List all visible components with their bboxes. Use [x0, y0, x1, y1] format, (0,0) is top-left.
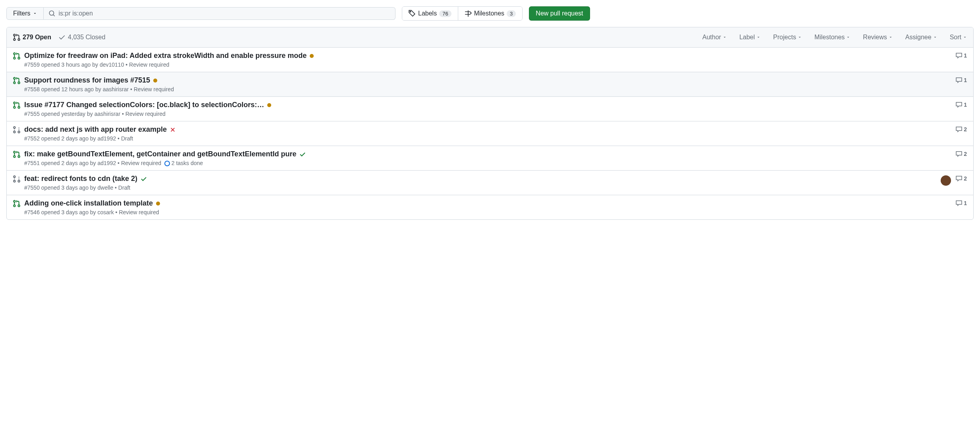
pr-open-icon	[13, 150, 20, 166]
status-success-icon	[299, 151, 306, 158]
svg-point-3	[14, 38, 15, 40]
pr-draft-icon	[13, 175, 20, 191]
labels-count: 76	[439, 10, 451, 17]
svg-point-20	[14, 176, 15, 178]
pr-title-link[interactable]: feat: redirect fonts to cdn (take 2)	[24, 175, 137, 183]
svg-point-18	[14, 156, 15, 158]
comments-count: 1	[964, 200, 967, 206]
search-input-wrapper[interactable]	[44, 7, 395, 20]
svg-point-24	[14, 205, 15, 207]
pull-request-icon	[13, 34, 20, 41]
svg-point-11	[14, 102, 15, 104]
svg-point-10	[18, 82, 20, 84]
status-pending-icon	[267, 103, 271, 107]
pr-open-icon	[13, 101, 20, 117]
pr-row[interactable]: fix: make getBoundTextElement, getContai…	[7, 146, 973, 171]
projects-filter[interactable]: Projects	[773, 34, 802, 41]
milestones-filter[interactable]: Milestones	[814, 34, 850, 41]
comments-link[interactable]: 2	[956, 126, 967, 133]
caret-down-icon	[889, 35, 893, 39]
svg-point-0	[49, 11, 54, 15]
caret-down-icon	[723, 35, 727, 39]
pr-open-icon	[13, 199, 20, 215]
pr-open-icon	[13, 52, 20, 68]
milestones-count: 3	[507, 10, 516, 17]
milestone-icon	[465, 10, 472, 17]
svg-point-14	[14, 127, 15, 129]
pr-meta: #7550 opened 3 days ago by dwelle • Draf…	[24, 184, 937, 191]
pr-row[interactable]: Optimize for freedraw on iPad: Added ext…	[7, 48, 973, 72]
pr-row[interactable]: Issue #7177 Changed selectionColors: [oc…	[7, 97, 973, 121]
caret-down-icon	[756, 35, 760, 39]
pr-meta: #7546 opened 3 days ago by cosark • Revi…	[24, 209, 952, 215]
pr-meta: #7558 opened 12 hours ago by aashirisrar…	[24, 86, 952, 92]
closed-tab[interactable]: 4,035 Closed	[58, 34, 105, 41]
caret-down-icon	[846, 35, 850, 39]
search-input[interactable]	[59, 10, 390, 17]
filters-button[interactable]: Filters	[6, 7, 44, 20]
pr-meta: #7552 opened 2 days ago by ad1992 • Draf…	[24, 135, 952, 142]
open-count: 279 Open	[23, 34, 51, 41]
open-tab[interactable]: 279 Open	[13, 34, 51, 41]
pr-open-icon	[13, 76, 20, 92]
author-filter[interactable]: Author	[702, 34, 727, 41]
status-pending-icon	[310, 54, 314, 58]
svg-point-5	[14, 53, 15, 55]
caret-down-icon	[933, 35, 937, 39]
svg-point-7	[18, 57, 20, 59]
status-pending-icon	[153, 79, 157, 83]
milestones-link[interactable]: Milestones 3	[458, 7, 523, 20]
check-icon	[58, 34, 66, 41]
pr-row[interactable]: feat: redirect fonts to cdn (take 2) #75…	[7, 171, 973, 195]
tasks-text: 2 tasks done	[172, 160, 203, 166]
pr-row[interactable]: Adding one-click installation template #…	[7, 195, 973, 219]
svg-point-6	[14, 57, 15, 59]
search-icon	[48, 10, 56, 17]
status-success-icon	[141, 176, 147, 182]
svg-point-23	[14, 200, 15, 202]
comments-link[interactable]: 2	[956, 175, 967, 182]
assignee-avatar[interactable]	[941, 175, 951, 186]
svg-point-19	[18, 156, 20, 158]
status-pending-icon	[156, 202, 160, 206]
pr-row[interactable]: Support roundness for images #7515 #7558…	[7, 72, 973, 97]
pr-title-link[interactable]: Optimize for freedraw on iPad: Added ext…	[24, 52, 307, 60]
svg-point-22	[18, 181, 20, 183]
new-pull-request-button[interactable]: New pull request	[529, 6, 590, 21]
pr-meta: #7555 opened yesterday by aashirisrar • …	[24, 111, 952, 117]
pr-meta: #7551 opened 2 days ago by ad1992 • Revi…	[24, 160, 952, 166]
caret-down-icon	[33, 12, 37, 15]
pr-row[interactable]: docs: add next js with app router exampl…	[7, 121, 973, 146]
pr-title-link[interactable]: docs: add next js with app router exampl…	[24, 125, 167, 134]
caret-down-icon	[798, 35, 802, 39]
svg-point-15	[14, 131, 15, 133]
svg-point-12	[14, 106, 15, 108]
comments-link[interactable]: 1	[956, 200, 967, 206]
reviews-filter[interactable]: Reviews	[863, 34, 892, 41]
svg-point-4	[18, 38, 20, 40]
assignee-filter[interactable]: Assignee	[905, 34, 937, 41]
comments-link[interactable]: 2	[956, 151, 967, 157]
comments-count: 1	[964, 102, 967, 108]
milestones-label: Milestones	[474, 10, 504, 17]
pr-title-link[interactable]: fix: make getBoundTextElement, getContai…	[24, 150, 296, 158]
sort-filter[interactable]: Sort	[950, 34, 967, 41]
comments-link[interactable]: 1	[956, 102, 967, 108]
filters-label: Filters	[13, 10, 31, 17]
pr-title-link[interactable]: Issue #7177 Changed selectionColors: [oc…	[24, 101, 264, 109]
pr-title-link[interactable]: Adding one-click installation template	[24, 199, 153, 208]
svg-point-17	[14, 151, 15, 153]
status-failure-icon	[170, 127, 176, 133]
comments-count: 1	[964, 52, 967, 59]
comments-link[interactable]: 1	[956, 52, 967, 59]
comments-count: 2	[964, 126, 967, 133]
closed-count: 4,035 Closed	[68, 34, 105, 41]
pr-title-link[interactable]: Support roundness for images #7515	[24, 76, 150, 85]
svg-point-8	[14, 77, 15, 79]
label-filter[interactable]: Label	[739, 34, 760, 41]
comments-count: 1	[964, 77, 967, 83]
comments-link[interactable]: 1	[956, 77, 967, 83]
labels-link[interactable]: Labels 76	[402, 7, 458, 20]
svg-point-16	[18, 131, 20, 133]
svg-point-21	[14, 181, 15, 183]
